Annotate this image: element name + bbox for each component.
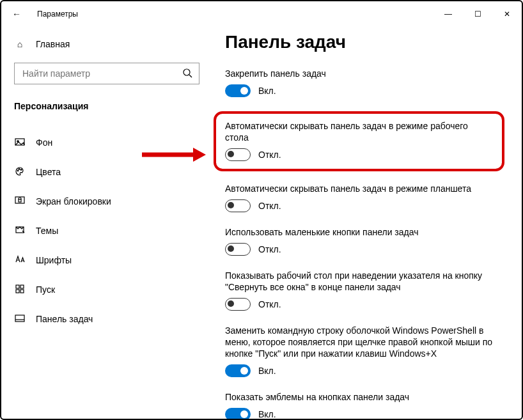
content: Панель задач Закрепить панель задачВкл.А…: [212, 27, 522, 419]
sidebar: ⌂ Главная Персонализация Фон: [1, 27, 212, 419]
setting-label: Показывать рабочий стол при наведении ук…: [225, 270, 509, 293]
settings-window: ← Параметры — ☐ ✕ ⌂ Главная Персонализац…: [0, 0, 523, 420]
toggle-state-text: Откл.: [258, 150, 281, 160]
toggle-row: Вкл.: [225, 364, 509, 377]
back-button[interactable]: ←: [6, 9, 27, 19]
toggle-row: Откл.: [225, 148, 493, 161]
setting-label: Автоматически скрывать панель задач в ре…: [225, 183, 509, 194]
taskbar-icon: [14, 313, 26, 325]
sidebar-item-taskbar[interactable]: Панель задач: [14, 304, 199, 334]
minimize-button[interactable]: —: [433, 1, 463, 27]
svg-rect-13: [20, 290, 24, 293]
palette-icon: [14, 166, 26, 178]
svg-line-1: [189, 75, 192, 77]
search-box[interactable]: [14, 63, 199, 84]
sidebar-item-background[interactable]: Фон: [14, 128, 199, 157]
sidebar-nav: Фон Цвета Экран блокировки: [14, 128, 199, 334]
toggle-switch[interactable]: [225, 408, 251, 419]
svg-point-6: [20, 169, 22, 170]
toggle-state-text: Откл.: [258, 244, 281, 254]
svg-rect-14: [15, 315, 24, 322]
sidebar-home-label: Главная: [36, 39, 70, 49]
themes-icon: [14, 225, 26, 237]
toggle-state-text: Откл.: [258, 201, 281, 211]
sidebar-item-colors[interactable]: Цвета: [14, 157, 199, 187]
svg-point-4: [17, 170, 19, 171]
toggle-row: Вкл.: [225, 408, 509, 419]
svg-point-0: [183, 69, 190, 75]
window-controls: — ☐ ✕: [433, 1, 522, 27]
toggle-state-text: Вкл.: [258, 366, 276, 376]
maximize-button[interactable]: ☐: [463, 1, 492, 27]
toggle-switch[interactable]: [225, 199, 251, 212]
sidebar-item-start[interactable]: Пуск: [14, 275, 199, 304]
sidebar-item-label: Фон: [36, 137, 52, 148]
setting: Показывать рабочий стол при наведении ук…: [225, 270, 509, 311]
sidebar-item-label: Панель задач: [36, 314, 93, 324]
toggle-state-text: Вкл.: [258, 409, 276, 419]
svg-rect-8: [19, 199, 21, 202]
setting: Использовать маленькие кнопки панели зад…: [225, 226, 509, 256]
setting: Заменить командную строку оболочкой Wind…: [225, 325, 509, 377]
toggle-row: Откл.: [225, 243, 509, 256]
setting-label: Автоматически скрывать панель задач в ре…: [225, 120, 493, 143]
sidebar-item-lockscreen[interactable]: Экран блокировки: [14, 187, 199, 216]
titlebar: ← Параметры — ☐ ✕: [1, 1, 522, 27]
toggle-row: Откл.: [225, 298, 509, 311]
search-icon: [182, 68, 192, 80]
sidebar-item-label: Шрифты: [36, 255, 72, 265]
setting-label: Показать эмблемы на кнопках панели задач: [225, 391, 509, 403]
picture-icon: [14, 137, 26, 149]
lockscreen-icon: [14, 196, 26, 208]
setting: Закрепить панель задачВкл.: [225, 68, 509, 97]
svg-rect-11: [20, 285, 24, 288]
toggle-switch[interactable]: [225, 364, 251, 377]
setting: Показать эмблемы на кнопках панели задач…: [225, 391, 509, 419]
toggle-row: Вкл.: [225, 84, 509, 97]
home-icon: ⌂: [14, 39, 26, 49]
svg-rect-12: [16, 290, 19, 293]
fonts-icon: [14, 254, 26, 267]
toggle-state-text: Вкл.: [258, 86, 276, 96]
toggle-switch[interactable]: [225, 84, 251, 97]
close-button[interactable]: ✕: [492, 1, 522, 27]
sidebar-item-fonts[interactable]: Шрифты: [14, 245, 199, 275]
window-title: Параметры: [37, 10, 78, 19]
toggle-switch[interactable]: [225, 148, 251, 161]
setting-label: Заменить командную строку оболочкой Wind…: [225, 325, 509, 359]
setting-label: Закрепить панель задач: [225, 68, 509, 79]
setting-label: Использовать маленькие кнопки панели зад…: [225, 226, 509, 238]
sidebar-item-label: Пуск: [36, 284, 55, 295]
toggle-row: Откл.: [225, 199, 509, 212]
sidebar-item-label: Темы: [36, 226, 58, 236]
toggle-switch[interactable]: [225, 243, 251, 256]
setting: Автоматически скрывать панель задач в ре…: [225, 183, 509, 212]
sidebar-category: Персонализация: [14, 101, 199, 111]
sidebar-home[interactable]: ⌂ Главная: [14, 29, 199, 59]
svg-point-5: [19, 168, 20, 169]
toggle-switch[interactable]: [225, 298, 251, 311]
annotation-highlight: Автоматически скрывать панель задач в ре…: [214, 111, 504, 171]
sidebar-item-label: Экран блокировки: [36, 196, 111, 206]
sidebar-item-label: Цвета: [36, 167, 61, 177]
start-icon: [14, 284, 26, 296]
page-title: Панель задач: [225, 32, 509, 52]
toggle-state-text: Откл.: [258, 299, 281, 309]
search-input[interactable]: [21, 68, 182, 79]
sidebar-item-themes[interactable]: Темы: [14, 216, 199, 245]
svg-rect-10: [16, 285, 19, 288]
setting: Автоматически скрывать панель задач в ре…: [225, 120, 493, 161]
body: ⌂ Главная Персонализация Фон: [1, 27, 522, 419]
